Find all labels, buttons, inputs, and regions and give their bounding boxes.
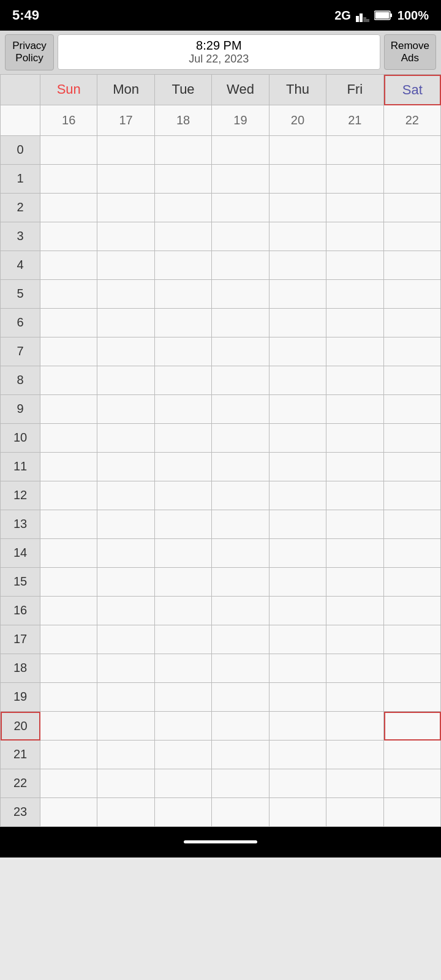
cell-hour22-day5[interactable] (326, 769, 383, 798)
cell-hour15-day0[interactable] (40, 568, 97, 597)
cell-hour19-day5[interactable] (326, 683, 383, 712)
cell-hour16-day3[interactable] (212, 597, 269, 625)
cell-hour10-day1[interactable] (97, 424, 154, 453)
cell-hour7-day2[interactable] (155, 337, 212, 366)
cell-hour23-day3[interactable] (212, 798, 269, 827)
cell-hour18-day1[interactable] (97, 654, 154, 683)
cell-hour2-day2[interactable] (155, 194, 212, 222)
cell-hour13-day0[interactable] (40, 510, 97, 539)
cell-hour6-day5[interactable] (326, 309, 383, 337)
privacy-policy-button[interactable]: PrivacyPolicy (5, 34, 54, 70)
cell-hour4-day6[interactable] (384, 251, 441, 280)
cell-hour10-day6[interactable] (384, 424, 441, 453)
cell-hour4-day0[interactable] (40, 251, 97, 280)
cell-hour5-day3[interactable] (212, 280, 269, 309)
cell-hour23-day6[interactable] (384, 798, 441, 827)
cell-hour4-day1[interactable] (97, 251, 154, 280)
cell-hour4-day3[interactable] (212, 251, 269, 280)
cell-hour8-day2[interactable] (155, 366, 212, 395)
cell-hour5-day1[interactable] (97, 280, 154, 309)
cell-hour6-day4[interactable] (270, 309, 326, 337)
cell-hour12-day0[interactable] (40, 481, 97, 510)
cell-hour4-day4[interactable] (270, 251, 326, 280)
cell-hour3-day1[interactable] (97, 222, 154, 251)
cell-hour12-day1[interactable] (97, 481, 154, 510)
cell-hour7-day4[interactable] (270, 337, 326, 366)
cell-hour13-day5[interactable] (326, 510, 383, 539)
cell-hour21-day5[interactable] (326, 741, 383, 769)
cell-hour20-day5[interactable] (326, 712, 383, 741)
cell-hour10-day2[interactable] (155, 424, 212, 453)
cell-hour23-day5[interactable] (326, 798, 383, 827)
cell-hour18-day3[interactable] (212, 654, 269, 683)
cell-hour15-day1[interactable] (97, 568, 154, 597)
cell-hour13-day1[interactable] (97, 510, 154, 539)
cell-hour8-day5[interactable] (326, 366, 383, 395)
cell-hour22-day0[interactable] (40, 769, 97, 798)
cell-hour13-day2[interactable] (155, 510, 212, 539)
cell-hour11-day2[interactable] (155, 453, 212, 481)
cell-hour17-day1[interactable] (97, 625, 154, 654)
cell-hour1-day5[interactable] (326, 165, 383, 194)
cell-hour7-day6[interactable] (384, 337, 441, 366)
cell-hour11-day4[interactable] (270, 453, 326, 481)
cell-hour9-day4[interactable] (270, 395, 326, 424)
cell-hour22-day2[interactable] (155, 769, 212, 798)
cell-hour7-day1[interactable] (97, 337, 154, 366)
cell-hour16-day2[interactable] (155, 597, 212, 625)
cell-hour11-day1[interactable] (97, 453, 154, 481)
cell-hour19-day6[interactable] (384, 683, 441, 712)
cell-hour10-day0[interactable] (40, 424, 97, 453)
cell-hour17-day5[interactable] (326, 625, 383, 654)
cell-hour12-day6[interactable] (384, 481, 441, 510)
cell-hour1-day1[interactable] (97, 165, 154, 194)
cell-hour17-day3[interactable] (212, 625, 269, 654)
cell-hour21-day6[interactable] (384, 741, 441, 769)
cell-hour11-day6[interactable] (384, 453, 441, 481)
cell-hour18-day0[interactable] (40, 654, 97, 683)
cell-hour18-day4[interactable] (270, 654, 326, 683)
cell-hour19-day2[interactable] (155, 683, 212, 712)
cell-hour12-day3[interactable] (212, 481, 269, 510)
cell-hour9-day3[interactable] (212, 395, 269, 424)
cell-hour16-day4[interactable] (270, 597, 326, 625)
cell-hour20-day6[interactable] (384, 712, 441, 741)
cell-hour18-day6[interactable] (384, 654, 441, 683)
cell-hour16-day6[interactable] (384, 597, 441, 625)
cell-hour21-day1[interactable] (97, 741, 154, 769)
cell-hour3-day4[interactable] (270, 222, 326, 251)
cell-hour11-day3[interactable] (212, 453, 269, 481)
cell-hour15-day2[interactable] (155, 568, 212, 597)
cell-hour20-day1[interactable] (97, 712, 154, 741)
cell-hour2-day1[interactable] (97, 194, 154, 222)
cell-hour15-day4[interactable] (270, 568, 326, 597)
cell-hour15-day5[interactable] (326, 568, 383, 597)
cell-hour9-day5[interactable] (326, 395, 383, 424)
cell-hour8-day6[interactable] (384, 366, 441, 395)
cell-hour20-day0[interactable] (40, 712, 97, 741)
cell-hour2-day5[interactable] (326, 194, 383, 222)
cell-hour17-day2[interactable] (155, 625, 212, 654)
cell-hour4-day2[interactable] (155, 251, 212, 280)
cell-hour14-day0[interactable] (40, 539, 97, 568)
cell-hour23-day0[interactable] (40, 798, 97, 827)
cell-hour1-day2[interactable] (155, 165, 212, 194)
cell-hour1-day3[interactable] (212, 165, 269, 194)
cell-hour14-day2[interactable] (155, 539, 212, 568)
cell-hour14-day6[interactable] (384, 539, 441, 568)
cell-hour17-day0[interactable] (40, 625, 97, 654)
cell-hour8-day4[interactable] (270, 366, 326, 395)
cell-hour3-day0[interactable] (40, 222, 97, 251)
cell-hour20-day2[interactable] (155, 712, 212, 741)
cell-hour3-day2[interactable] (155, 222, 212, 251)
cell-hour7-day0[interactable] (40, 337, 97, 366)
cell-hour14-day4[interactable] (270, 539, 326, 568)
cell-hour12-day2[interactable] (155, 481, 212, 510)
cell-hour2-day0[interactable] (40, 194, 97, 222)
cell-hour12-day5[interactable] (326, 481, 383, 510)
cell-hour18-day5[interactable] (326, 654, 383, 683)
cell-hour1-day0[interactable] (40, 165, 97, 194)
cell-hour23-day4[interactable] (270, 798, 326, 827)
cell-hour19-day4[interactable] (270, 683, 326, 712)
cell-hour22-day4[interactable] (270, 769, 326, 798)
